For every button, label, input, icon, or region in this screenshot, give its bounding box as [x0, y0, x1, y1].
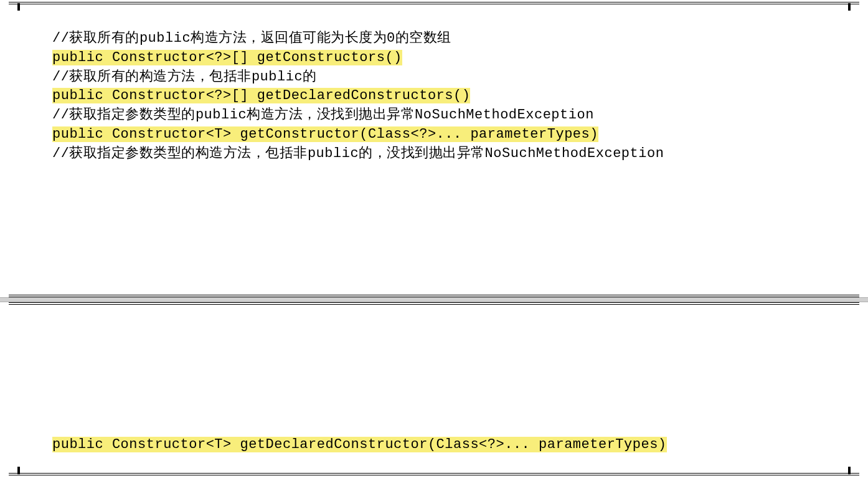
highlighted-code: public Constructor<T> getDeclaredConstru… — [52, 437, 667, 452]
highlighted-code: public Constructor<?>[] getDeclaredConst… — [52, 88, 470, 103]
code-line: //获取指定参数类型的public构造方法，没找到抛出异常NoSuchMetho… — [52, 106, 859, 125]
code-block-top: //获取所有的public构造方法，返回值可能为长度为0的空数组 public … — [9, 2, 859, 297]
page-break-separator — [0, 297, 868, 302]
highlighted-code: public Constructor<T> getConstructor(Cla… — [52, 126, 598, 142]
comment-text: //获取指定参数类型的构造方法，包括非public的，没找到抛出异常NoSuch… — [52, 146, 664, 161]
code-line: public Constructor<?>[] getDeclaredConst… — [52, 87, 859, 106]
code-line: public Constructor<T> getDeclaredConstru… — [52, 436, 859, 455]
code-line: //获取所有的public构造方法，返回值可能为长度为0的空数组 — [52, 29, 859, 49]
code-line: //获取所有的构造方法，包括非public的 — [52, 68, 859, 87]
page-container: //获取所有的public构造方法，返回值可能为长度为0的空数组 public … — [0, 2, 868, 475]
highlighted-code: public Constructor<?>[] getConstructors(… — [52, 50, 402, 65]
comment-text: //获取所有的构造方法，包括非public的 — [52, 69, 317, 85]
code-line: public Constructor<?>[] getConstructors(… — [52, 49, 859, 68]
code-line: public Constructor<T> getConstructor(Cla… — [52, 125, 859, 145]
code-block-bottom: public Constructor<T> getDeclaredConstru… — [9, 302, 859, 476]
comment-text: //获取所有的public构造方法，返回值可能为长度为0的空数组 — [52, 31, 451, 46]
comment-text: //获取指定参数类型的public构造方法，没找到抛出异常NoSuchMetho… — [52, 107, 594, 123]
code-line: //获取指定参数类型的构造方法，包括非public的，没找到抛出异常NoSuch… — [52, 145, 859, 164]
